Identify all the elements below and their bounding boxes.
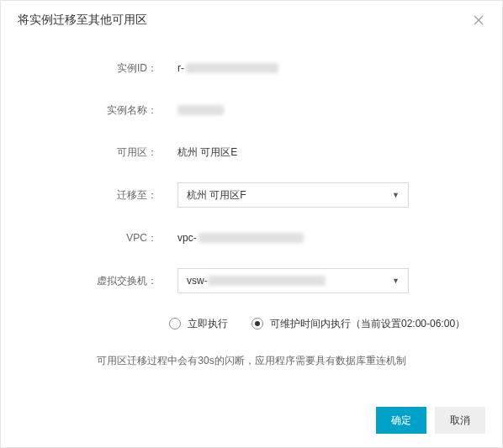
row-instance-name: 实例名称： <box>26 98 477 122</box>
row-instance-id: 实例ID： r- <box>26 56 477 80</box>
close-button[interactable] <box>472 13 485 27</box>
radio-immediate-label: 立即执行 <box>188 317 228 331</box>
migrate-to-select[interactable]: 杭州 可用区F ▼ <box>177 182 409 208</box>
label-availability-zone: 可用区： <box>26 145 161 160</box>
value-instance-id: r- <box>161 62 477 74</box>
row-vswitch: 虚拟交换机： vsw- ▼ <box>26 268 477 293</box>
migrate-az-modal: 将实例迁移至其他可用区 实例ID： r- 实例名称： 可用区： 杭州 可用区E … <box>0 0 503 448</box>
radio-icon-checked <box>252 318 263 329</box>
migration-note: 可用区迁移过程中会有30s的闪断，应用程序需要具有数据库重连机制 <box>26 354 477 368</box>
label-instance-name: 实例名称： <box>26 103 161 118</box>
vpc-masked <box>199 233 304 243</box>
row-execution: 立即执行 可维护时间内执行（当前设置02:00-06:00） <box>26 312 477 335</box>
cancel-button[interactable]: 取消 <box>435 407 485 434</box>
radio-maintenance-label: 可维护时间内执行（当前设置02:00-06:00） <box>270 317 465 331</box>
close-icon <box>474 15 484 25</box>
row-vpc: VPC： vpc- <box>26 226 477 250</box>
radio-maintenance[interactable]: 可维护时间内执行（当前设置02:00-06:00） <box>252 317 465 331</box>
migrate-to-selected: 杭州 可用区F <box>187 188 246 203</box>
instance-name-masked <box>177 105 224 115</box>
label-vswitch: 虚拟交换机： <box>26 274 161 288</box>
execution-radio-group: 立即执行 可维护时间内执行（当前设置02:00-06:00） <box>152 317 465 331</box>
instance-id-prefix: r- <box>177 62 184 74</box>
vpc-prefix: vpc- <box>177 232 197 244</box>
label-migrate-to: 迁移至： <box>26 188 161 203</box>
row-availability-zone: 可用区： 杭州 可用区E <box>26 140 477 164</box>
value-vpc: vpc- <box>161 232 477 244</box>
label-vpc: VPC： <box>26 231 161 245</box>
modal-body: 实例ID： r- 实例名称： 可用区： 杭州 可用区E 迁移至： 杭州 可用区F… <box>1 40 502 368</box>
confirm-button[interactable]: 确定 <box>376 407 426 434</box>
radio-icon <box>169 318 181 329</box>
chevron-down-icon: ▼ <box>392 277 400 285</box>
modal-footer: 确定 取消 <box>1 393 502 447</box>
modal-header: 将实例迁移至其他可用区 <box>1 1 502 40</box>
chevron-down-icon: ▼ <box>392 191 400 199</box>
vswitch-select[interactable]: vsw- ▼ <box>177 268 409 293</box>
row-migrate-to: 迁移至： 杭州 可用区F ▼ <box>26 182 477 208</box>
value-vswitch: vsw- ▼ <box>161 268 477 293</box>
radio-immediate[interactable]: 立即执行 <box>169 317 228 331</box>
value-instance-name <box>161 105 477 115</box>
modal-title: 将实例迁移至其他可用区 <box>18 13 147 28</box>
instance-id-masked <box>186 63 278 73</box>
vswitch-masked <box>208 276 326 286</box>
label-instance-id: 实例ID： <box>26 61 161 76</box>
vswitch-prefix: vsw- <box>187 275 208 287</box>
value-migrate-to: 杭州 可用区F ▼ <box>161 182 477 208</box>
value-availability-zone: 杭州 可用区E <box>161 145 477 160</box>
